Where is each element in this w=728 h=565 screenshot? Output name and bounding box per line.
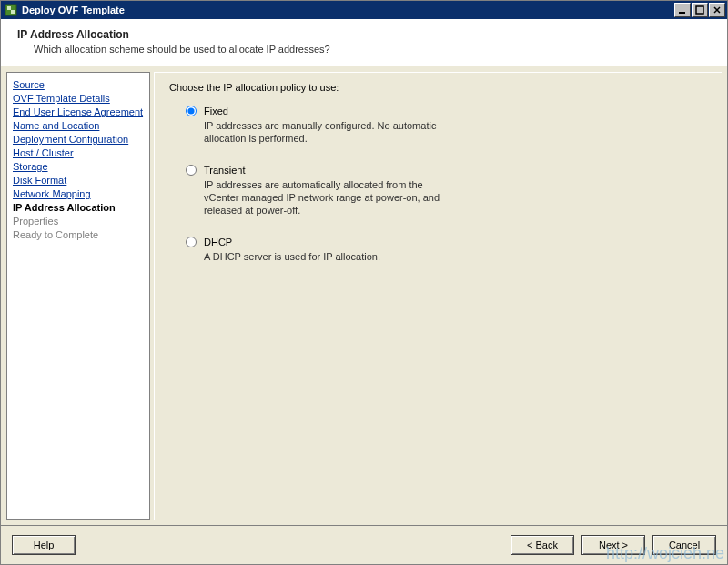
titlebar[interactable]: Deploy OVF Template [1,1,727,19]
close-button[interactable] [709,3,725,17]
option-fixed-desc: IP addresses are manually configured. No… [204,119,440,145]
instruction-text: Choose the IP allocation policy to use: [169,82,707,93]
maximize-button[interactable] [692,3,708,17]
option-fixed-label: Fixed [204,106,440,116]
step-deployment-config[interactable]: Deployment Configuration [13,133,144,146]
option-transient-label: Transient [204,165,440,176]
option-transient-desc: IP addresses are automatically allocated… [204,178,440,217]
svg-rect-4 [696,6,703,14]
step-ovf-template-details[interactable]: OVF Template Details [13,92,144,105]
step-source[interactable]: Source [13,78,144,91]
next-button[interactable]: Next > [581,535,645,555]
step-storage[interactable]: Storage [13,160,144,173]
body: Source OVF Template Details End User Lic… [1,66,727,525]
step-disk-format[interactable]: Disk Format [13,174,144,187]
step-ip-address-allocation: IP Address Allocation [13,201,144,214]
option-transient[interactable]: Transient IP addresses are automatically… [169,165,707,217]
app-icon [5,4,17,16]
step-network-mapping[interactable]: Network Mapping [13,187,144,200]
back-button[interactable]: < Back [511,535,574,555]
radio-fixed[interactable] [186,106,197,116]
help-button[interactable]: Help [12,535,76,555]
svg-rect-3 [679,12,685,14]
step-eula[interactable]: End User License Agreement [13,106,144,118]
svg-rect-2 [11,10,15,14]
option-dhcp-desc: A DHCP server is used for IP allocation. [204,250,380,263]
option-dhcp[interactable]: DHCP A DHCP server is used for IP alloca… [169,237,707,263]
minimize-button[interactable] [674,3,691,17]
header-panel: IP Address Allocation Which allocation s… [1,19,727,66]
footer: Help < Back Next > Cancel [1,525,727,564]
option-dhcp-label: DHCP [204,237,380,247]
step-ready-complete: Ready to Complete [13,228,144,241]
radio-dhcp[interactable] [186,237,197,247]
svg-rect-1 [7,6,11,10]
radio-transient[interactable] [186,165,197,176]
step-name-location[interactable]: Name and Location [13,119,144,132]
window-frame: Deploy OVF Template IP Address Allocatio… [0,0,728,565]
option-fixed[interactable]: Fixed IP addresses are manually configur… [169,106,707,145]
content-panel: Choose the IP allocation policy to use: … [154,72,722,520]
step-host-cluster[interactable]: Host / Cluster [13,146,144,159]
window-title: Deploy OVF Template [22,5,125,15]
page-title: IP Address Allocation [17,28,711,41]
wizard-steps-sidebar: Source OVF Template Details End User Lic… [6,72,150,520]
page-subtitle: Which allocation scheme should be used t… [34,44,711,55]
step-properties: Properties [13,215,144,227]
cancel-button[interactable]: Cancel [652,535,716,555]
